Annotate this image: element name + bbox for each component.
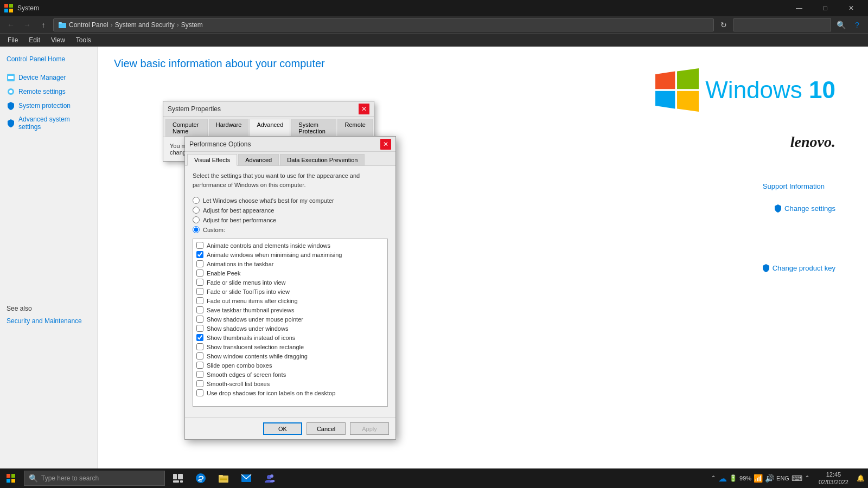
radio-custom-input[interactable] — [193, 226, 200, 233]
address-path[interactable]: Control Panel › System and Security › Sy… — [53, 18, 714, 31]
checkbox-item[interactable]: Fade out menu items after clicking — [196, 297, 384, 305]
sys-props-title-bar: System Properties ✕ — [163, 101, 374, 117]
checkbox-item[interactable]: Show shadows under mouse pointer — [196, 315, 384, 323]
refresh-button[interactable]: ↻ — [717, 18, 730, 31]
checkbox-9[interactable] — [196, 325, 203, 332]
checkbox-2[interactable] — [196, 260, 203, 267]
maximize-button[interactable]: □ — [813, 0, 838, 16]
radio-best-appearance[interactable]: Adjust for best appearance — [193, 207, 388, 214]
expand-icon[interactable]: ⌃ — [805, 474, 810, 482]
sidebar-item-device-manager[interactable]: Device Manager — [0, 70, 97, 85]
minimize-button[interactable]: — — [787, 0, 812, 16]
edge-button[interactable] — [190, 468, 212, 488]
checkbox-item[interactable]: Animate controls and elements inside win… — [196, 241, 384, 249]
checkbox-8[interactable] — [196, 316, 203, 323]
radio-best-performance[interactable]: Adjust for best performance — [193, 216, 388, 223]
checkbox-label-9: Show shadows under windows — [207, 325, 288, 332]
radio-custom[interactable]: Custom: — [193, 226, 388, 233]
file-explorer-button[interactable] — [213, 468, 234, 488]
checkbox-label-12: Show window contents while dragging — [207, 353, 308, 359]
checkbox-item[interactable]: Animations in the taskbar — [196, 260, 384, 268]
cancel-button[interactable]: Cancel — [307, 422, 346, 435]
checkbox-13[interactable] — [196, 362, 203, 369]
checkbox-item[interactable]: Use drop shadows for icon labels on the … — [196, 389, 384, 397]
help-button[interactable]: ? — [851, 18, 864, 31]
close-button[interactable]: ✕ — [839, 0, 864, 16]
teams-button[interactable] — [258, 468, 280, 488]
security-maintenance-link[interactable]: Security and Maintenance — [0, 316, 97, 326]
checkbox-11[interactable] — [196, 343, 203, 350]
sys-props-close-button[interactable]: ✕ — [359, 104, 369, 114]
sidebar-item-remote-settings[interactable]: Remote settings — [0, 85, 97, 99]
checkbox-4[interactable] — [196, 279, 203, 286]
checkbox-item[interactable]: Show translucent selection rectangle — [196, 343, 384, 351]
show-hidden-icons[interactable]: ⌃ — [711, 474, 716, 482]
checkbox-item[interactable]: Enable Peek — [196, 269, 384, 277]
change-settings[interactable]: Change settings — [774, 204, 835, 213]
up-button[interactable]: ↑ — [37, 18, 50, 31]
checkbox-item[interactable]: Fade or slide ToolTips into view — [196, 287, 384, 296]
menu-tools[interactable]: Tools — [71, 35, 97, 45]
perf-close-button[interactable]: ✕ — [380, 139, 391, 150]
search-input[interactable] — [733, 18, 831, 31]
perf-tab-visual-effects[interactable]: Visual Effects — [187, 154, 237, 166]
checkbox-7[interactable] — [196, 306, 203, 313]
tab-advanced[interactable]: Advanced — [250, 119, 290, 137]
notification-button[interactable]: 🔔 — [853, 468, 868, 488]
sidebar-item-system-protection[interactable]: System protection — [0, 99, 97, 113]
tab-system-protection[interactable]: System Protection — [291, 119, 336, 137]
checkbox-item[interactable]: Show thumbnails instead of icons — [196, 333, 384, 342]
checkbox-list[interactable]: Animate controls and elements inside win… — [193, 239, 388, 407]
sidebar-item-advanced[interactable]: Advanced system settings — [0, 113, 97, 133]
mail-button[interactable] — [235, 468, 257, 488]
lenovo-text: lenovo. — [790, 133, 835, 150]
checkbox-item[interactable]: Show window contents while dragging — [196, 352, 384, 360]
change-product-key[interactable]: Change product key — [762, 264, 835, 272]
checkbox-0[interactable] — [196, 242, 203, 249]
back-button[interactable]: ← — [4, 18, 17, 31]
radio-let-windows[interactable]: Let Windows choose what's best for my co… — [193, 197, 388, 204]
checkbox-1[interactable] — [196, 251, 203, 258]
menu-view[interactable]: View — [46, 35, 71, 45]
control-panel-home[interactable]: Control Panel Home — [0, 52, 97, 66]
checkbox-item[interactable]: Show shadows under windows — [196, 324, 384, 332]
perf-tab-dep[interactable]: Data Execution Prevention — [280, 154, 365, 165]
ok-button[interactable]: OK — [263, 422, 302, 435]
network-icon: 📶 — [754, 474, 763, 483]
checkbox-item[interactable]: Slide open combo boxes — [196, 361, 384, 369]
tab-computer-name[interactable]: Computer Name — [165, 119, 208, 137]
checkbox-item[interactable]: Smooth-scroll list boxes — [196, 380, 384, 388]
tab-hardware[interactable]: Hardware — [209, 119, 249, 137]
svg-rect-17 — [11, 479, 15, 483]
checkbox-15[interactable] — [196, 380, 203, 387]
clock[interactable]: 12:45 02/03/2022 — [814, 471, 853, 486]
tab-remote[interactable]: Remote — [337, 119, 373, 137]
radio-best-appearance-label: Adjust for best appearance — [203, 207, 274, 214]
perf-tab-advanced[interactable]: Advanced — [238, 154, 279, 165]
taskbar-search[interactable]: 🔍 Type here to search — [24, 471, 165, 486]
forward-button[interactable]: → — [21, 18, 34, 31]
start-button[interactable] — [0, 468, 22, 488]
radio-let-windows-input[interactable] — [193, 197, 200, 204]
checkbox-item[interactable]: Fade or slide menus into view — [196, 278, 384, 286]
task-view-icon — [173, 474, 183, 483]
radio-best-appearance-input[interactable] — [193, 207, 200, 214]
apply-button[interactable]: Apply — [350, 422, 389, 435]
checkbox-label-14: Smooth edges of screen fonts — [207, 371, 286, 378]
checkbox-14[interactable] — [196, 371, 203, 378]
support-info[interactable]: Support Information — [763, 182, 825, 190]
menu-edit[interactable]: Edit — [23, 35, 46, 45]
checkbox-6[interactable] — [196, 297, 203, 304]
checkbox-item[interactable]: Smooth edges of screen fonts — [196, 370, 384, 378]
checkbox-3[interactable] — [196, 269, 203, 277]
menu-file[interactable]: File — [2, 35, 23, 45]
task-view-button[interactable] — [167, 468, 189, 488]
checkbox-12[interactable] — [196, 352, 203, 359]
checkbox-item[interactable]: Animate windows when minimising and maxi… — [196, 251, 384, 259]
checkbox-10[interactable] — [196, 334, 203, 341]
search-button[interactable]: 🔍 — [834, 18, 847, 31]
checkbox-5[interactable] — [196, 288, 203, 295]
checkbox-item[interactable]: Save taskbar thumbnail previews — [196, 306, 384, 314]
checkbox-16[interactable] — [196, 389, 203, 396]
radio-best-performance-input[interactable] — [193, 216, 200, 223]
